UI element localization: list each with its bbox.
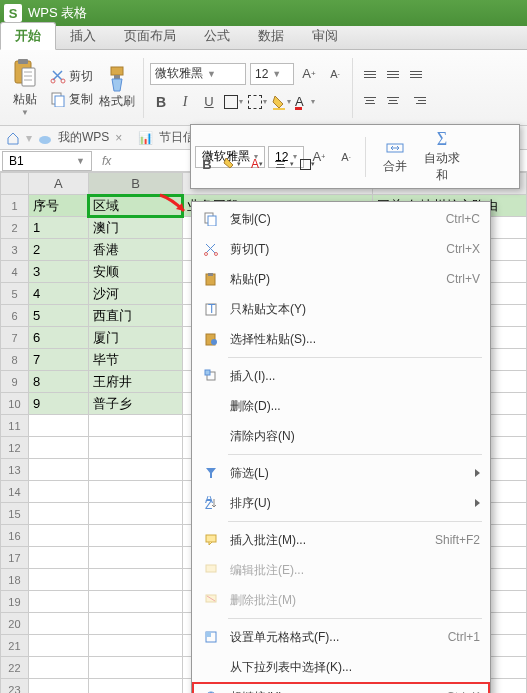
select-all-corner[interactable] [1,173,29,195]
cell[interactable] [88,657,183,679]
ctx-insert-comment[interactable]: 插入批注(M)...Shift+F2 [192,525,490,555]
row-header[interactable]: 6 [1,305,29,327]
ctx-edit-comment[interactable]: 编辑批注(E)... [192,555,490,585]
cell[interactable]: 毕节 [88,349,183,371]
cell[interactable]: 1 [28,217,88,239]
row-header[interactable]: 4 [1,261,29,283]
mini-merge-button[interactable]: 合并 [373,138,417,175]
align-bottom-button[interactable] [405,64,427,86]
ctx-insert[interactable]: 插入(I)... [192,361,490,391]
cell[interactable]: 7 [28,349,88,371]
cell[interactable]: 5 [28,305,88,327]
cell[interactable] [88,635,183,657]
row-header[interactable]: 16 [1,525,29,547]
underline-button[interactable]: U [198,91,220,113]
row-header[interactable]: 15 [1,503,29,525]
mini-bold[interactable]: B [195,153,219,175]
row-header[interactable]: 19 [1,591,29,613]
cell[interactable]: 安顺 [88,261,183,283]
mini-font-color[interactable]: A▾ [245,153,269,175]
cell[interactable]: 厦门 [88,327,183,349]
cell[interactable] [28,591,88,613]
cell[interactable] [28,481,88,503]
cell[interactable] [88,503,183,525]
cell[interactable] [88,415,183,437]
row-header[interactable]: 23 [1,679,29,694]
ctx-sort[interactable]: AZ排序(U) [192,488,490,518]
format-painter-button[interactable]: 格式刷 [97,54,137,122]
cell[interactable]: 普子乡 [88,393,183,415]
col-header-b[interactable]: B [88,173,183,195]
increase-font-button[interactable]: A+ [298,63,320,85]
cell[interactable] [28,547,88,569]
row-header[interactable]: 12 [1,437,29,459]
row-header[interactable]: 7 [1,327,29,349]
cell[interactable]: 6 [28,327,88,349]
cell[interactable] [88,481,183,503]
ctx-format-cells[interactable]: 设置单元格格式(F)...Ctrl+1 [192,622,490,652]
cell[interactable] [28,459,88,481]
cell[interactable]: 2 [28,239,88,261]
align-right-button[interactable] [405,90,427,112]
tab-home[interactable]: 开始 [0,22,56,50]
ctx-hyperlink[interactable]: 超链接(H)...Ctrl+K [192,682,490,693]
cell[interactable] [88,437,183,459]
ctx-paste-text[interactable]: T只粘贴文本(Y) [192,294,490,324]
cell[interactable] [88,591,183,613]
row-header[interactable]: 11 [1,415,29,437]
mini-decrease-font[interactable]: A- [334,146,358,168]
fill-color-button[interactable]: ▾ [270,91,292,113]
decrease-font-button[interactable]: A- [324,63,346,85]
cell[interactable] [28,437,88,459]
name-box[interactable]: B1 ▼ [2,151,92,171]
row-header[interactable]: 2 [1,217,29,239]
row-header[interactable]: 5 [1,283,29,305]
tab-data[interactable]: 数据 [244,23,298,49]
row-header[interactable]: 18 [1,569,29,591]
row-header[interactable]: 21 [1,635,29,657]
cell[interactable]: 8 [28,371,88,393]
cell[interactable] [28,613,88,635]
mywps-label[interactable]: 我的WPS [58,129,109,146]
row-header[interactable]: 8 [1,349,29,371]
tab-insert[interactable]: 插入 [56,23,110,49]
active-cell[interactable]: 区域 [88,195,183,217]
cell[interactable]: 4 [28,283,88,305]
row-header[interactable]: 22 [1,657,29,679]
tab-review[interactable]: 审阅 [298,23,352,49]
paste-button[interactable]: 粘贴 ▼ [4,54,46,122]
mini-align[interactable]: ▾ [270,153,294,175]
align-middle-button[interactable] [382,64,404,86]
cell[interactable] [28,503,88,525]
row-header[interactable]: 20 [1,613,29,635]
col-header-a[interactable]: A [28,173,88,195]
ctx-paste-special[interactable]: 选择性粘贴(S)... [192,324,490,354]
align-center-button[interactable] [382,90,404,112]
cell[interactable]: 序号 [28,195,88,217]
row-header[interactable]: 14 [1,481,29,503]
ctx-copy[interactable]: 复制(C)Ctrl+C [192,204,490,234]
row-header[interactable]: 13 [1,459,29,481]
cell[interactable] [28,657,88,679]
ctx-paste[interactable]: 粘贴(P)Ctrl+V [192,264,490,294]
ctx-delete-comment[interactable]: 删除批注(M) [192,585,490,615]
cell[interactable]: 王府井 [88,371,183,393]
tab-layout[interactable]: 页面布局 [110,23,190,49]
cell[interactable]: 澳门 [88,217,183,239]
fx-icon[interactable]: fx [102,154,111,168]
font-color-button[interactable]: A▾ [294,91,316,113]
row-header[interactable]: 1 [1,195,29,217]
font-name-combo[interactable]: 微软雅黑▼ [150,63,246,85]
ctx-cut[interactable]: 剪切(T)Ctrl+X [192,234,490,264]
ctx-pick-list[interactable]: 从下拉列表中选择(K)... [192,652,490,682]
tab-formula[interactable]: 公式 [190,23,244,49]
ctx-filter[interactable]: 筛选(L) [192,458,490,488]
cell[interactable] [88,679,183,694]
align-left-button[interactable] [359,90,381,112]
cell[interactable] [88,525,183,547]
row-header[interactable]: 3 [1,239,29,261]
cell[interactable]: 9 [28,393,88,415]
cloud-icon[interactable] [38,131,52,145]
row-header[interactable]: 17 [1,547,29,569]
row-header[interactable]: 9 [1,371,29,393]
